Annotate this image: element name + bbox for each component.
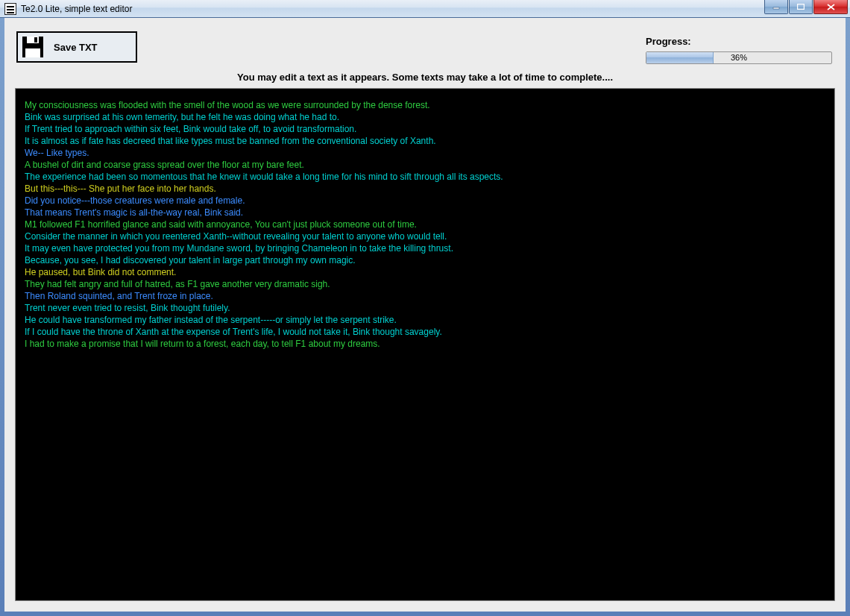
close-icon: [827, 4, 835, 10]
text-line[interactable]: But this---this--- She put her face into…: [25, 183, 825, 195]
close-button[interactable]: [813, 0, 848, 14]
client-area: Save TXT Progress: 36% You may edit a te…: [4, 18, 846, 612]
text-line[interactable]: That means Trent's magic is all-the-way …: [25, 207, 825, 219]
window-controls: [764, 0, 849, 15]
text-editor[interactable]: My consciousness was flooded with the sm…: [15, 88, 835, 601]
editor-banner: You may edit a text as it appears. Some …: [4, 72, 846, 83]
text-line[interactable]: Bink was surprised at his own temerity, …: [25, 111, 825, 123]
text-line[interactable]: The experience had been so momentous tha…: [25, 171, 825, 183]
text-line[interactable]: It is almost as if fate has decreed that…: [25, 135, 825, 147]
text-line[interactable]: My consciousness was flooded with the sm…: [25, 99, 825, 111]
progress-bar: 36%: [646, 51, 832, 64]
maximize-button[interactable]: [789, 0, 813, 14]
titlebar[interactable]: Te2.0 Lite, simple text editor: [0, 0, 850, 18]
text-line[interactable]: We-- Like types.: [25, 147, 825, 159]
minimize-icon: [772, 4, 780, 10]
app-icon: [4, 3, 16, 15]
maximize-icon: [797, 4, 805, 10]
text-line[interactable]: I had to make a promise that I will retu…: [25, 338, 825, 350]
text-line[interactable]: Did you notice---those creatures were ma…: [25, 195, 825, 207]
window-title: Te2.0 Lite, simple text editor: [21, 4, 850, 14]
text-line[interactable]: They had felt angry and full of hatred, …: [25, 278, 825, 290]
progress-section: Progress: 36%: [646, 36, 832, 64]
svg-rect-0: [773, 7, 779, 9]
save-button-label: Save TXT: [54, 42, 98, 53]
minimize-button[interactable]: [764, 0, 788, 14]
text-line[interactable]: Trent never even tried to resist, Bink t…: [25, 302, 825, 314]
svg-rect-1: [798, 4, 805, 10]
save-button[interactable]: Save TXT: [16, 31, 137, 63]
text-line[interactable]: M1 followed F1 horrified glance and said…: [25, 219, 825, 230]
app-window: Te2.0 Lite, simple text editor Save TXT …: [0, 0, 850, 616]
text-line[interactable]: Then Roland squinted, and Trent froze in…: [25, 290, 825, 302]
text-line[interactable]: Because, you see, I had discovered your …: [25, 254, 825, 266]
floppy-icon: [22, 37, 43, 57]
progress-label: Progress:: [646, 36, 832, 47]
text-line[interactable]: Consider the manner in which you reenter…: [25, 230, 825, 242]
text-line[interactable]: He paused, but Bink did not comment.: [25, 266, 825, 278]
text-line[interactable]: He could have transformed my father inst…: [25, 314, 825, 326]
text-line[interactable]: If Trent tried to approach within six fe…: [25, 123, 825, 135]
text-line[interactable]: A bushel of dirt and coarse grass spread…: [25, 159, 825, 171]
progress-text: 36%: [646, 52, 831, 63]
text-line[interactable]: It may even have protected you from my M…: [25, 242, 825, 254]
text-line[interactable]: If I could have the throne of Xanth at t…: [25, 326, 825, 338]
